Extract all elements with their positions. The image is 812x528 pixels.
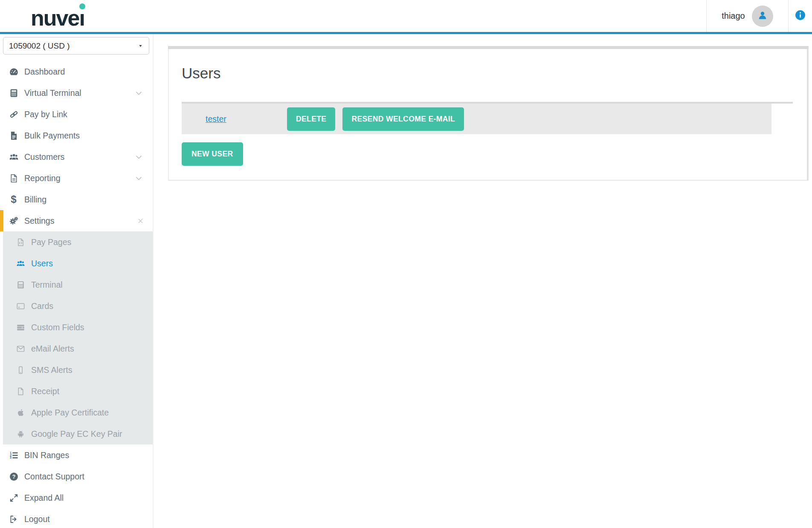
sidebar-item-cards[interactable]: Cards bbox=[3, 295, 153, 317]
ordered-list-icon: 123 bbox=[9, 450, 19, 460]
sidebar: 1059002 ( USD ) DashboardVirtual Termina… bbox=[0, 34, 154, 528]
person-icon bbox=[757, 9, 768, 23]
main-nav: DashboardVirtual TerminalPay by LinkBulk… bbox=[0, 61, 153, 231]
sidebar-item-apple-pay-certificate[interactable]: Apple Pay Certificate bbox=[3, 402, 153, 423]
sidebar-item-label: Logout bbox=[24, 514, 50, 524]
avatar bbox=[752, 6, 773, 27]
caret-down-icon bbox=[138, 43, 143, 49]
account-selector-value: 1059002 ( USD ) bbox=[9, 41, 70, 51]
sidebar-item-label: Users bbox=[31, 259, 53, 268]
rows-icon bbox=[15, 322, 26, 332]
app-header: nuveı thiago bbox=[0, 0, 812, 34]
sidebar-item-label: Customers bbox=[24, 152, 64, 162]
page-title: Users bbox=[182, 64, 807, 82]
logout-icon bbox=[9, 514, 19, 524]
sidebar-item-settings[interactable]: Settings bbox=[0, 210, 153, 231]
new-user-button[interactable]: NEW USER bbox=[182, 142, 243, 166]
sidebar-item-label: Reporting bbox=[24, 173, 61, 183]
file-lines-icon bbox=[9, 173, 19, 183]
sidebar-item-customers[interactable]: Customers bbox=[0, 146, 153, 167]
sidebar-item-label: Bulk Payments bbox=[24, 131, 80, 141]
expand-icon bbox=[9, 493, 19, 503]
chevron-down-icon bbox=[135, 89, 143, 97]
sidebar-item-bin-ranges[interactable]: 123BIN Ranges bbox=[0, 444, 153, 466]
sidebar-item-email-alerts[interactable]: eMail Alerts bbox=[3, 338, 153, 359]
sidebar-item-custom-fields[interactable]: Custom Fields bbox=[3, 317, 153, 338]
delete-button[interactable]: DELETE bbox=[287, 107, 335, 131]
sidebar-item-receipt[interactable]: Receipt bbox=[3, 381, 153, 402]
sidebar-item-label: Google Pay EC Key Pair bbox=[31, 429, 122, 439]
users-table: tester DELETE RESEND WELCOME E-MAIL bbox=[182, 102, 793, 134]
sidebar-item-label: BIN Ranges bbox=[24, 450, 69, 460]
sidebar-item-label: Expand All bbox=[24, 493, 64, 503]
sidebar-item-label: eMail Alerts bbox=[31, 344, 74, 354]
sidebar-item-reporting[interactable]: Reporting bbox=[0, 167, 153, 189]
user-row: tester DELETE RESEND WELCOME E-MAIL bbox=[182, 104, 771, 134]
info-button[interactable] bbox=[788, 0, 812, 32]
bottom-nav: 123BIN Ranges?Contact SupportExpand AllL… bbox=[0, 444, 153, 528]
sidebar-item-label: Virtual Terminal bbox=[24, 88, 81, 98]
sidebar-item-label: Custom Fields bbox=[31, 323, 84, 332]
apple-icon bbox=[15, 407, 26, 418]
logo-dot-icon bbox=[79, 3, 85, 9]
chevron-down-icon bbox=[135, 174, 143, 182]
sidebar-item-billing[interactable]: $Billing bbox=[0, 189, 153, 210]
sidebar-item-bulk-payments[interactable]: Bulk Payments bbox=[0, 125, 153, 146]
sidebar-item-label: Terminal bbox=[31, 280, 63, 290]
chevron-down-icon bbox=[135, 153, 143, 161]
envelope-icon bbox=[15, 343, 26, 354]
users-card: Users tester DELETE RESEND WELCOME E-MAI… bbox=[168, 46, 809, 181]
users-icon bbox=[9, 152, 19, 162]
sidebar-item-label: Receipt bbox=[31, 387, 59, 396]
user-link[interactable]: tester bbox=[206, 114, 226, 124]
link-icon bbox=[9, 109, 19, 119]
settings-submenu: Pay PagesUsersTerminalCardsCustom Fields… bbox=[3, 231, 153, 444]
sidebar-item-sms-alerts[interactable]: SMS Alerts bbox=[3, 359, 153, 381]
gears-icon bbox=[9, 216, 19, 226]
calculator-icon bbox=[9, 88, 19, 98]
sidebar-item-dashboard[interactable]: Dashboard bbox=[0, 61, 153, 82]
users-icon bbox=[15, 258, 26, 268]
sidebar-item-terminal[interactable]: Terminal bbox=[3, 274, 153, 295]
info-icon bbox=[795, 9, 806, 23]
sidebar-item-pay-pages[interactable]: Pay Pages bbox=[3, 231, 153, 253]
mobile-icon bbox=[15, 365, 26, 375]
android-icon bbox=[15, 429, 26, 439]
calculator-icon bbox=[15, 280, 26, 290]
sidebar-item-virtual-terminal[interactable]: Virtual Terminal bbox=[0, 82, 153, 104]
file-blank-icon bbox=[15, 386, 26, 396]
svg-text:3: 3 bbox=[10, 456, 12, 459]
file-code-icon bbox=[15, 237, 26, 247]
account-selector[interactable]: 1059002 ( USD ) bbox=[3, 37, 149, 55]
close-icon[interactable] bbox=[137, 217, 144, 225]
sidebar-item-logout[interactable]: Logout bbox=[0, 508, 153, 528]
card-top-bar bbox=[168, 46, 809, 49]
sidebar-item-label: Pay Pages bbox=[31, 237, 71, 247]
sidebar-item-label: Pay by Link bbox=[24, 110, 67, 119]
sidebar-item-label: Billing bbox=[24, 195, 46, 205]
username: thiago bbox=[722, 11, 745, 21]
sidebar-item-contact-support[interactable]: ?Contact Support bbox=[0, 466, 153, 487]
sidebar-item-expand-all[interactable]: Expand All bbox=[0, 487, 153, 508]
credit-card-icon bbox=[15, 301, 26, 311]
dollar-icon: $ bbox=[9, 194, 19, 205]
nuvei-logo: nuveı bbox=[31, 7, 84, 29]
question-circle-icon: ? bbox=[9, 471, 19, 482]
svg-text:?: ? bbox=[12, 473, 15, 479]
sidebar-item-label: SMS Alerts bbox=[31, 365, 72, 375]
sidebar-item-label: Contact Support bbox=[24, 472, 84, 482]
sidebar-item-label: Dashboard bbox=[24, 67, 65, 77]
resend-welcome-email-button[interactable]: RESEND WELCOME E-MAIL bbox=[342, 107, 464, 131]
sidebar-item-google-pay-ec-key-pair[interactable]: Google Pay EC Key Pair bbox=[3, 423, 153, 444]
file-filled-icon bbox=[9, 130, 19, 141]
sidebar-item-users[interactable]: Users bbox=[3, 253, 153, 274]
logo-text: nuve bbox=[31, 6, 79, 30]
sidebar-item-label: Apple Pay Certificate bbox=[31, 408, 109, 418]
header-right: thiago bbox=[706, 0, 812, 32]
user-name-cell: tester bbox=[206, 114, 287, 124]
user-menu[interactable]: thiago bbox=[706, 0, 788, 32]
sidebar-item-label: Cards bbox=[31, 301, 53, 311]
sidebar-item-label: Settings bbox=[24, 216, 54, 226]
sidebar-item-pay-by-link[interactable]: Pay by Link bbox=[0, 104, 153, 125]
dashboard-icon bbox=[9, 66, 19, 77]
